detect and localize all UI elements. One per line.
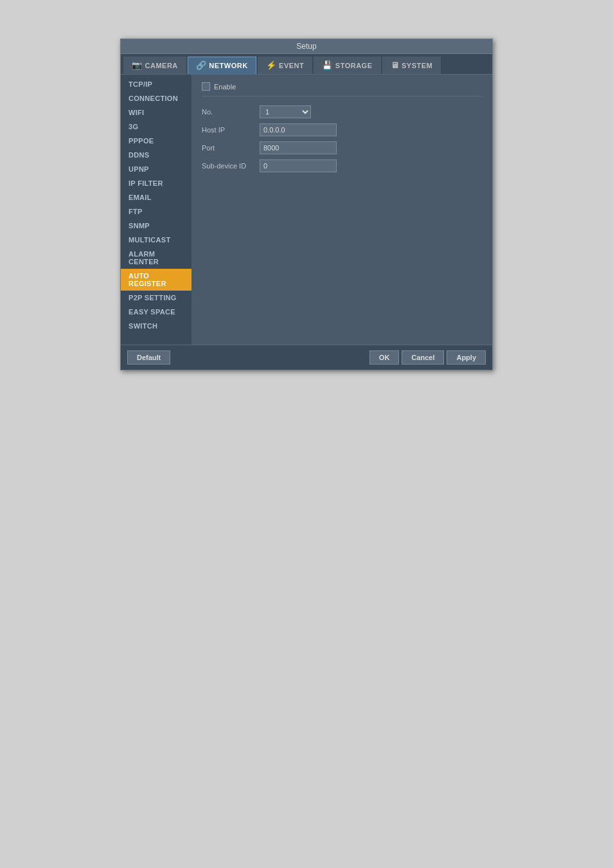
sidebar-item-3g[interactable]: 3G (121, 120, 191, 134)
enable-label: Enable (214, 83, 236, 91)
tab-network-label: NETWORK (209, 62, 247, 69)
subdevice-label: Sub-device ID (202, 162, 260, 170)
form-row-subdevice: Sub-device ID (202, 159, 482, 172)
sidebar-item-ipfilter[interactable]: IP FILTER (121, 176, 191, 190)
tab-camera[interactable]: 📷 CAMERA (123, 57, 186, 74)
apply-button[interactable]: Apply (447, 350, 486, 365)
storage-icon: 💾 (322, 60, 333, 70)
form-row-port: Port (202, 141, 482, 154)
default-button[interactable]: Default (127, 350, 170, 365)
no-select[interactable]: 1 2 3 (260, 105, 311, 118)
button-bar: Default OK Cancel Apply (121, 345, 492, 370)
sidebar-item-ftp[interactable]: FTP (121, 204, 191, 219)
ok-button[interactable]: OK (369, 350, 400, 365)
sidebar-item-multicast[interactable]: MULTICAST (121, 233, 191, 247)
tab-event-label: EVENT (279, 62, 304, 69)
sidebar-item-p2psetting[interactable]: P2P SETTING (121, 291, 191, 305)
cancel-button[interactable]: Cancel (402, 350, 444, 365)
tab-bar: 📷 CAMERA 🔗 NETWORK ⚡ EVENT 💾 STORAGE 🖥 S… (121, 54, 492, 75)
dialog-title-bar: Setup (121, 39, 492, 54)
subdevice-input[interactable] (260, 159, 337, 172)
form-row-no: No. 1 2 3 (202, 105, 482, 118)
sidebar-item-switch[interactable]: SWITCH (121, 319, 191, 333)
sidebar-item-easyspace[interactable]: EASY SPACE (121, 305, 191, 319)
sidebar-item-upnp[interactable]: UPNP (121, 162, 191, 176)
form-row-host-ip: Host IP (202, 123, 482, 136)
port-label: Port (202, 144, 260, 152)
content-area: TCP/IP CONNECTION WIFI 3G PPPOE DDNS UPN… (121, 75, 492, 345)
host-ip-label: Host IP (202, 126, 260, 134)
host-ip-input[interactable] (260, 123, 337, 136)
sidebar-item-ddns[interactable]: DDNS (121, 148, 191, 162)
no-label: No. (202, 108, 260, 116)
event-icon: ⚡ (266, 60, 277, 70)
setup-dialog: Setup 📷 CAMERA 🔗 NETWORK ⚡ EVENT 💾 STORA… (120, 39, 493, 370)
sidebar-item-wifi[interactable]: WIFI (121, 105, 191, 120)
tab-event[interactable]: ⚡ EVENT (258, 57, 313, 74)
sidebar-item-alarmcenter[interactable]: ALARM CENTER (121, 247, 191, 269)
tab-system[interactable]: 🖥 SYSTEM (382, 57, 441, 74)
sidebar-item-connection[interactable]: CONNECTION (121, 91, 191, 105)
camera-icon: 📷 (132, 60, 143, 70)
tab-system-label: SYSTEM (402, 62, 432, 69)
sidebar-item-email[interactable]: EMAIL (121, 190, 191, 204)
dialog-title: Setup (296, 42, 316, 51)
tab-camera-label: CAMERA (145, 62, 178, 69)
enable-row: Enable (202, 82, 482, 96)
tab-network[interactable]: 🔗 NETWORK (188, 57, 256, 74)
sidebar-item-autoregister[interactable]: AUTO REGISTER (121, 269, 191, 291)
sidebar-item-pppoe[interactable]: PPPOE (121, 134, 191, 148)
sidebar: TCP/IP CONNECTION WIFI 3G PPPOE DDNS UPN… (121, 75, 191, 345)
main-panel: Enable No. 1 2 3 Host IP Port (191, 75, 492, 345)
tab-storage-label: STORAGE (335, 62, 373, 69)
sidebar-item-tcpip[interactable]: TCP/IP (121, 77, 191, 91)
system-icon: 🖥 (391, 60, 400, 70)
tab-storage[interactable]: 💾 STORAGE (314, 57, 380, 74)
enable-checkbox[interactable] (202, 82, 210, 91)
sidebar-item-snmp[interactable]: SNMP (121, 219, 191, 233)
network-icon: 🔗 (196, 60, 207, 70)
port-input[interactable] (260, 141, 337, 154)
